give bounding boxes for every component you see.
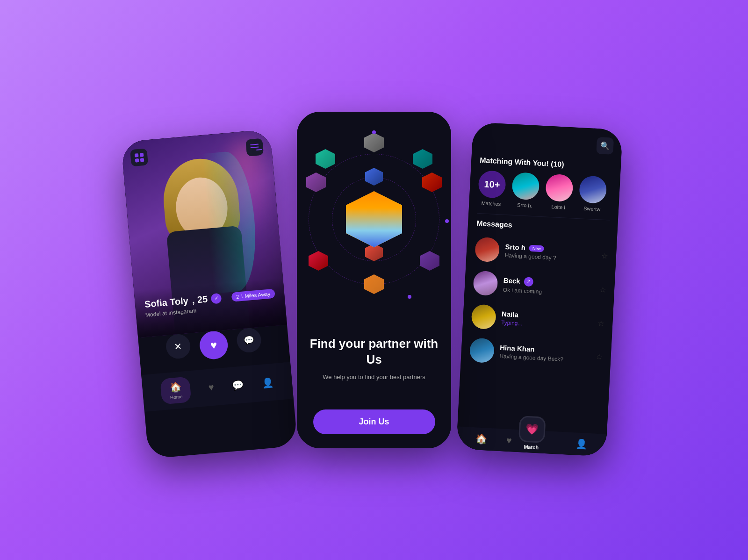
profile3-icon: 👤 [575, 438, 588, 450]
match-item-loite[interactable]: Loite l [545, 173, 574, 210]
dislike-button[interactable]: ✕ [165, 333, 191, 359]
message-item-hina[interactable]: Hina Khan Having a good day Beck? ☆ [460, 332, 611, 374]
chat-nav-icon: 💬 [232, 379, 245, 391]
phone2-content: Find your partner with Us We help you to… [297, 112, 451, 448]
star-hina[interactable]: ☆ [596, 352, 603, 361]
match-fab-label: Match [524, 444, 539, 451]
matches-row: 10+ Matches Srto h. Loite l [468, 170, 620, 221]
match-avatar-loite [545, 173, 574, 202]
nav3-heart[interactable]: ♥ [506, 435, 512, 446]
star-naila[interactable]: ☆ [597, 318, 604, 328]
find-partner-title: Find your partner with Us [306, 336, 442, 368]
search-button[interactable]: 🔍 [596, 137, 614, 155]
matches-count-label: Matches [481, 200, 501, 207]
match-label-loite: Loite l [551, 204, 565, 210]
matches-count-avatar: 10+ [478, 170, 506, 199]
phone2-text: Find your partner with Us We help you to… [306, 336, 442, 381]
grid-icon[interactable] [130, 148, 148, 166]
orbit-item-7 [316, 149, 335, 169]
orbit-container [309, 130, 439, 308]
like-button[interactable]: ♥ [199, 330, 229, 360]
phone3-content: 🔍 Matching With You! (10) 10+ Matches Sr… [456, 122, 623, 457]
match-item-swertw[interactable]: Swertw [578, 175, 607, 212]
profile-nav-icon: 👤 [261, 376, 274, 388]
unread-badge-beck: 2 [524, 277, 533, 287]
match-label-swertw: Swertw [583, 206, 601, 212]
dot-right [445, 219, 449, 223]
nav3-home[interactable]: 🏠 [475, 433, 488, 445]
message-avatar-srto [475, 237, 500, 263]
match-avatar-srto [511, 172, 540, 201]
message-content-hina: Hina Khan Having a good day Beck? [499, 344, 591, 364]
join-button[interactable]: Join Us [313, 409, 435, 434]
dot-top [372, 130, 376, 134]
match-item-count[interactable]: 10+ Matches [477, 170, 506, 207]
message-button[interactable]: 💬 [236, 327, 262, 353]
match-fab-btn[interactable]: 💗 [518, 416, 546, 443]
nav3-profile[interactable]: 👤 [575, 438, 588, 450]
message-name-hina: Hina Khan [500, 344, 535, 353]
message-name-naila: Naila [502, 310, 519, 319]
profile-age: , 25 [192, 294, 208, 306]
match-item-srto[interactable]: Srto h. [511, 172, 540, 209]
message-avatar-beck [473, 271, 498, 296]
message-name-beck: Beck [503, 276, 520, 285]
menu-icon[interactable] [245, 138, 264, 157]
match-fab: 💗 Match [518, 416, 546, 451]
verified-badge: ✓ [211, 293, 222, 304]
message-name-srto: Srto h [505, 243, 525, 251]
nav-likes[interactable]: ♥ [208, 382, 215, 393]
match-label-srto: Srto h. [517, 202, 532, 208]
home-label: Home [170, 394, 183, 400]
heart-nav-icon: ♥ [208, 382, 215, 393]
find-partner-subtitle: We help you to find your best partners [306, 373, 442, 382]
nav-home[interactable]: 🏠 Home [160, 376, 191, 404]
message-avatar-hina [469, 337, 495, 363]
match-avatar-swertw [579, 175, 607, 204]
new-badge-srto: New [529, 244, 545, 252]
star-beck[interactable]: ☆ [599, 285, 606, 294]
message-content-naila: Naila Typing... [501, 310, 593, 330]
phone-find-partner: Find your partner with Us We help you to… [297, 112, 451, 448]
nav-chat[interactable]: 💬 [232, 379, 245, 391]
message-avatar-naila [471, 304, 496, 330]
nav-profile[interactable]: 👤 [261, 376, 274, 388]
phones-container: Sofia Toly , 25 ✓ 2.1 Miles Away Model a… [133, 112, 615, 448]
dot-bottom-right [408, 295, 411, 299]
message-content-beck: Beck 2 Ok i am coming [503, 275, 594, 297]
phone-messages: 🔍 Matching With You! (10) 10+ Matches Sr… [456, 122, 623, 457]
phone3-bottom-nav: 🏠 ♥ 💗 Match 👤 [456, 426, 607, 457]
profile-name: Sofia Toly [144, 295, 189, 310]
orbit-item-1 [413, 149, 432, 169]
home-icon: 🏠 [169, 381, 182, 393]
home3-icon: 🏠 [475, 433, 488, 445]
message-content-srto: Srto h New Having a good day ? [504, 243, 596, 263]
heart3-icon: ♥ [506, 435, 512, 446]
star-srto[interactable]: ☆ [601, 251, 608, 260]
phone-profile: Sofia Toly , 25 ✓ 2.1 Miles Away Model a… [121, 129, 298, 459]
orbit-item-hope [364, 133, 384, 152]
distance-badge: 2.1 Miles Away [231, 288, 275, 302]
